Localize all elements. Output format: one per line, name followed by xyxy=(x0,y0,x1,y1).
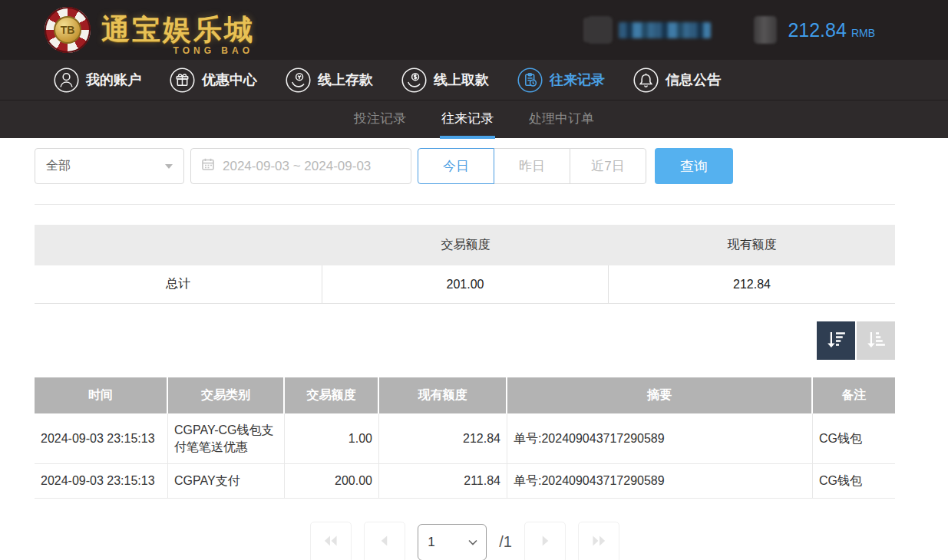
cell-type: CGPAY支付 xyxy=(168,464,285,498)
last-page-button[interactable] xyxy=(578,522,619,560)
logo-text: 通宝娱乐城 TONG BAO xyxy=(101,11,255,49)
cell-summary: 单号:202409043717290589 xyxy=(507,413,813,463)
quick-date-group: 今日 昨日 近7日 xyxy=(418,148,646,184)
balance-amount: 212.84 xyxy=(788,19,846,41)
type-select-value: 全部 xyxy=(46,158,71,174)
page-total: /1 xyxy=(499,533,512,551)
right-arrow-icon xyxy=(535,531,555,553)
double-left-arrow-icon xyxy=(321,531,341,553)
balance-currency: RMB xyxy=(851,27,875,39)
top-header: TB 通宝娱乐城 TONG BAO 212.84 RMB xyxy=(0,0,948,60)
double-right-arrow-icon xyxy=(589,531,609,553)
cell-note: CG钱包 xyxy=(813,464,895,498)
sort-controls xyxy=(35,321,895,360)
summary-header-blank xyxy=(35,225,322,265)
header-account-area: 212.84 RMB xyxy=(586,16,875,44)
summary-table: 交易额度 现有额度 总计 201.00 212.84 xyxy=(35,225,895,304)
yesterday-button[interactable]: 昨日 xyxy=(494,148,570,184)
next-page-button[interactable] xyxy=(524,522,566,560)
records-table: 时间 交易类别 交易额度 现有额度 摘要 备注 2024-09-03 23:15… xyxy=(35,377,895,499)
cell-time: 2024-09-03 23:15:13 xyxy=(35,413,168,463)
tab-bet-records[interactable]: 投注记录 xyxy=(352,100,408,139)
tab-transaction-records[interactable]: 往来记录 xyxy=(440,100,495,139)
summary-total-label: 总计 xyxy=(35,265,322,303)
records-header-row: 时间 交易类别 交易额度 现有额度 摘要 备注 xyxy=(35,377,895,413)
table-row: 2024-09-03 23:15:13 CGPAY支付 200.00 211.8… xyxy=(35,464,895,499)
type-select[interactable]: 全部 xyxy=(35,148,184,184)
col-note: 备注 xyxy=(813,377,895,413)
site-logo[interactable]: TB 通宝娱乐城 TONG BAO xyxy=(45,7,255,53)
summary-header-amount: 交易额度 xyxy=(322,225,609,265)
date-range-value: 2024-09-03 ~ 2024-09-03 xyxy=(223,159,371,174)
first-page-button[interactable] xyxy=(310,522,352,560)
balance-display: 212.84 RMB xyxy=(788,19,875,41)
nav-item-withdraw[interactable]: 线上取款 xyxy=(401,68,489,93)
col-balance: 现有额度 xyxy=(379,377,507,413)
search-button[interactable]: 查询 xyxy=(655,148,733,184)
cell-time: 2024-09-03 23:15:13 xyxy=(35,464,168,498)
records-icon xyxy=(517,68,543,93)
cell-balance: 211.84 xyxy=(379,464,507,498)
filter-row: 全部 2024-09-03 ~ 2024-09-03 今日 昨日 近7日 查询 xyxy=(35,148,895,184)
content-area: 全部 2024-09-03 ~ 2024-09-03 今日 昨日 近7日 查询 xyxy=(35,148,895,560)
main-nav: 我的账户 优惠中心 线上存款 线上取款 xyxy=(0,60,948,100)
chip-monogram: TB xyxy=(54,16,81,44)
tab-pending-orders[interactable]: 处理中订单 xyxy=(527,100,596,139)
prev-page-button[interactable] xyxy=(364,522,405,560)
last7days-button[interactable]: 近7日 xyxy=(570,148,646,184)
username-blurred[interactable] xyxy=(619,22,711,38)
pagination: 1 /1 xyxy=(35,522,895,560)
cell-summary: 单号:202409043717290589 xyxy=(507,464,813,498)
calendar-icon xyxy=(200,156,216,176)
nav-item-my-account[interactable]: 我的账户 xyxy=(54,68,141,93)
cell-note: CG钱包 xyxy=(813,413,895,463)
nav-item-announcements[interactable]: 信息公告 xyxy=(633,68,721,93)
sort-ascending-button[interactable] xyxy=(857,321,895,360)
col-time: 时间 xyxy=(35,377,168,413)
date-range-input[interactable]: 2024-09-03 ~ 2024-09-03 xyxy=(190,148,411,184)
gift-icon xyxy=(170,68,195,93)
site-title: 通宝娱乐城 xyxy=(101,11,255,49)
sort-descending-button[interactable] xyxy=(817,321,855,360)
summary-header-row: 交易额度 现有额度 xyxy=(35,225,895,265)
site-subtitle: TONG BAO xyxy=(173,45,253,56)
cell-amount: 200.00 xyxy=(285,464,379,498)
sort-ascending-icon xyxy=(864,328,887,354)
today-button[interactable]: 今日 xyxy=(418,148,494,184)
bell-icon xyxy=(633,68,659,93)
col-type: 交易类别 xyxy=(168,377,285,413)
col-amount: 交易额度 xyxy=(285,377,379,413)
nav-item-promotions[interactable]: 优惠中心 xyxy=(170,68,257,93)
summary-total-balance: 212.84 xyxy=(609,265,895,303)
page-select[interactable]: 1 xyxy=(418,524,487,560)
nav-item-deposit[interactable]: 线上存款 xyxy=(286,68,373,93)
summary-total-amount: 201.00 xyxy=(322,265,609,303)
left-arrow-icon xyxy=(375,531,395,553)
wallet-icon-blurred[interactable] xyxy=(754,16,777,44)
chevron-down-icon xyxy=(165,164,173,169)
nav-item-transaction-records[interactable]: 往来记录 xyxy=(517,68,605,93)
summary-total-row: 总计 201.00 212.84 xyxy=(35,265,895,304)
deposit-icon xyxy=(286,68,311,93)
sort-descending-icon xyxy=(824,328,847,354)
summary-header-balance: 现有额度 xyxy=(609,225,895,265)
cell-type: CGPAY-CG钱包支付笔笔送优惠 xyxy=(168,413,285,463)
table-row: 2024-09-03 23:15:13 CGPAY-CG钱包支付笔笔送优惠 1.… xyxy=(35,413,895,464)
withdraw-icon xyxy=(401,68,427,93)
section-divider xyxy=(35,204,895,205)
cell-amount: 1.00 xyxy=(285,413,379,463)
cell-balance: 212.84 xyxy=(379,413,507,463)
poker-chip-icon: TB xyxy=(45,7,91,53)
col-summary: 摘要 xyxy=(507,377,813,413)
page-select-wrap: 1 xyxy=(418,524,487,560)
user-icon xyxy=(54,68,79,93)
avatar[interactable] xyxy=(586,16,613,44)
sub-tabs: 投注记录 往来记录 处理中订单 xyxy=(0,100,948,138)
